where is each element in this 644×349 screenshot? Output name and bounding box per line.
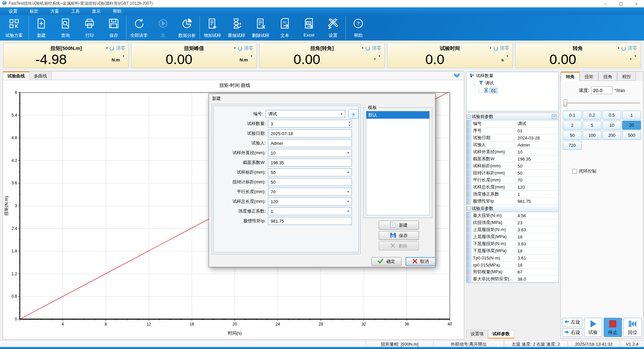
- tab-settings-items[interactable]: 设置项: [466, 330, 488, 339]
- speed-input[interactable]: [591, 86, 612, 94]
- table-row[interactable]: τp0.015(MPa)18: [467, 261, 558, 269]
- ok-button[interactable]: 确定: [371, 257, 401, 266]
- toolbar-redo-sample[interactable]: 重做试样: [224, 15, 249, 41]
- dropdown-caret-icon[interactable]: ▼: [347, 210, 350, 213]
- speed-preset-10[interactable]: 10: [602, 121, 621, 130]
- dropdown-caret-icon[interactable]: ▼: [347, 190, 350, 193]
- selected-sample[interactable]: 01: [489, 88, 497, 94]
- dropdown-caret-icon[interactable]: ▼: [340, 113, 343, 116]
- dropdown-caret-icon[interactable]: ▼: [347, 200, 350, 203]
- spinner-icon[interactable]: ▲▼: [348, 120, 351, 127]
- form-input[interactable]: [268, 168, 352, 176]
- toolbar-print[interactable]: 打印: [77, 15, 102, 41]
- dropdown-caret-icon[interactable]: ▼: [105, 47, 108, 50]
- table-row[interactable]: 上屈服扭矩(N·m)3.63: [467, 226, 558, 233]
- speed-preset-200[interactable]: 200: [602, 131, 621, 140]
- form-input[interactable]: [268, 129, 352, 137]
- tab-test-curve[interactable]: 试验曲线: [3, 71, 30, 80]
- unit-caret-icon[interactable]: ▼: [634, 55, 637, 58]
- toolbar-save[interactable]: 保存: [102, 15, 126, 41]
- template-save-button[interactable]: 保存: [379, 231, 419, 240]
- speed-preset-0.2[interactable]: 0.2: [583, 111, 601, 120]
- tab-sample-params[interactable]: 试样参数: [488, 330, 514, 339]
- menu-settings[interactable]: 设置: [3, 7, 23, 15]
- speed-slider[interactable]: [564, 99, 640, 107]
- form-input[interactable]: [268, 207, 352, 215]
- toolbar-reset-all[interactable]: 全部清零: [127, 15, 151, 41]
- form-input[interactable]: [268, 188, 352, 196]
- test-start-button[interactable]: 试验: [584, 318, 602, 337]
- home-button[interactable]: 回位: [624, 318, 642, 337]
- dropdown-caret-icon[interactable]: ▼: [347, 152, 350, 155]
- tree-item[interactable]: 01: [467, 87, 558, 94]
- table-row[interactable]: 平行长度(mm)70: [467, 177, 558, 184]
- form-input[interactable]: [268, 159, 352, 167]
- speed-preset-720[interactable]: 720: [563, 141, 582, 150]
- unit-caret-icon[interactable]: ▼: [250, 55, 253, 58]
- toolbar-settings[interactable]: 设置: [321, 15, 345, 41]
- toolbar-help[interactable]: ? 帮助: [346, 15, 370, 41]
- table-row[interactable]: 下屈服强度(MPa)18: [467, 247, 558, 254]
- table-row[interactable]: 下屈服扭矩(N·m)3.63: [467, 240, 558, 247]
- table-row[interactable]: 试样总长度(mm)120: [467, 184, 558, 191]
- speed-preset-20[interactable]: 20: [622, 121, 641, 130]
- dropdown-caret-icon[interactable]: ▼: [347, 171, 350, 174]
- menu-help[interactable]: 帮助: [107, 7, 127, 15]
- toolbar-query[interactable]: 查询: [53, 15, 77, 41]
- form-input[interactable]: [268, 178, 352, 186]
- speed-preset-2[interactable]: 2: [563, 121, 582, 130]
- toolbar-add-sample[interactable]: 增加试样: [200, 15, 224, 41]
- table-row[interactable]: 试样标距(mm)50: [467, 163, 558, 170]
- form-input[interactable]: [268, 139, 352, 147]
- slider-thumb[interactable]: [564, 99, 567, 107]
- table-row[interactable]: 上屈服强度(MPa)18: [467, 233, 558, 240]
- template-item-default[interactable]: 默认: [366, 111, 429, 119]
- toolbar-text-export[interactable]: TE 文本: [273, 15, 297, 41]
- add-number-button[interactable]: +: [348, 109, 359, 119]
- toolbar-delete-sample[interactable]: 删除试样: [249, 15, 273, 41]
- speed-preset-50[interactable]: 50: [563, 131, 582, 140]
- table-row[interactable]: 试样外直径(mm)10: [467, 149, 558, 156]
- property-grid-icon[interactable]: [552, 114, 557, 120]
- table-row[interactable]: 强度修正系数1: [467, 191, 558, 198]
- dropdown-caret-icon[interactable]: ▼: [617, 47, 620, 50]
- tree-root[interactable]: 试样数量: [467, 72, 558, 79]
- form-input[interactable]: [268, 120, 352, 128]
- speed-preset-5[interactable]: 5: [583, 121, 601, 130]
- menu-scheme[interactable]: 方案: [44, 7, 65, 15]
- table-row[interactable]: Tp0.015(N·m)3.61: [467, 254, 558, 261]
- rotate-right-button[interactable]: 右旋: [562, 328, 582, 337]
- form-input[interactable]: [268, 149, 352, 157]
- closed-loop-checkbox[interactable]: [572, 169, 577, 174]
- unit-caret-icon[interactable]: ▼: [122, 55, 125, 58]
- table-row[interactable]: 试验人Admin: [467, 141, 558, 149]
- tab-twist[interactable]: 扭角: [598, 72, 617, 81]
- maximize-button[interactable]: [613, 0, 629, 7]
- clear-peak-button[interactable]: ▼清零: [233, 45, 253, 51]
- close-button[interactable]: ×: [629, 0, 644, 7]
- toolbar-data-analysis[interactable]: 数据分析: [175, 15, 199, 41]
- table-row[interactable]: 序号01: [467, 127, 558, 134]
- toolbar-new[interactable]: 新建: [29, 15, 53, 41]
- dropdown-caret-icon[interactable]: ▼: [361, 47, 364, 50]
- template-new-button[interactable]: 新建: [379, 221, 419, 230]
- speed-preset-0.1[interactable]: 0.1: [563, 111, 582, 120]
- clear-angle-button[interactable]: ▼清零: [361, 45, 381, 51]
- speed-preset-0.5[interactable]: 0.5: [602, 111, 621, 120]
- minimize-button[interactable]: –: [598, 0, 613, 7]
- table-row[interactable]: 扭转计标距(mm)50: [467, 170, 558, 177]
- menu-display[interactable]: 显示: [86, 7, 107, 15]
- clear-torque-button[interactable]: ▼清零: [105, 45, 125, 51]
- table-row[interactable]: 最大扭矩(N·m)4.56: [467, 212, 558, 219]
- tab-rotation[interactable]: 转角: [561, 72, 580, 81]
- pre-params-header[interactable]: − 试验前参数: [467, 113, 558, 120]
- dropdown-caret-icon[interactable]: ▼: [489, 47, 492, 50]
- table-row[interactable]: 编号调试: [467, 120, 558, 127]
- table-row[interactable]: 试验日期2024-03-28: [467, 134, 558, 141]
- table-row[interactable]: 剪切模量(MPa)67: [467, 269, 558, 276]
- speed-preset-500[interactable]: 500: [622, 131, 641, 140]
- post-params-header[interactable]: − 试验后参数: [467, 205, 558, 212]
- toolbar-test-scheme[interactable]: 试验方案: [0, 15, 28, 41]
- menu-tools[interactable]: 工具: [65, 7, 86, 15]
- table-row[interactable]: 最大非比例切应变(...38.0: [467, 276, 558, 283]
